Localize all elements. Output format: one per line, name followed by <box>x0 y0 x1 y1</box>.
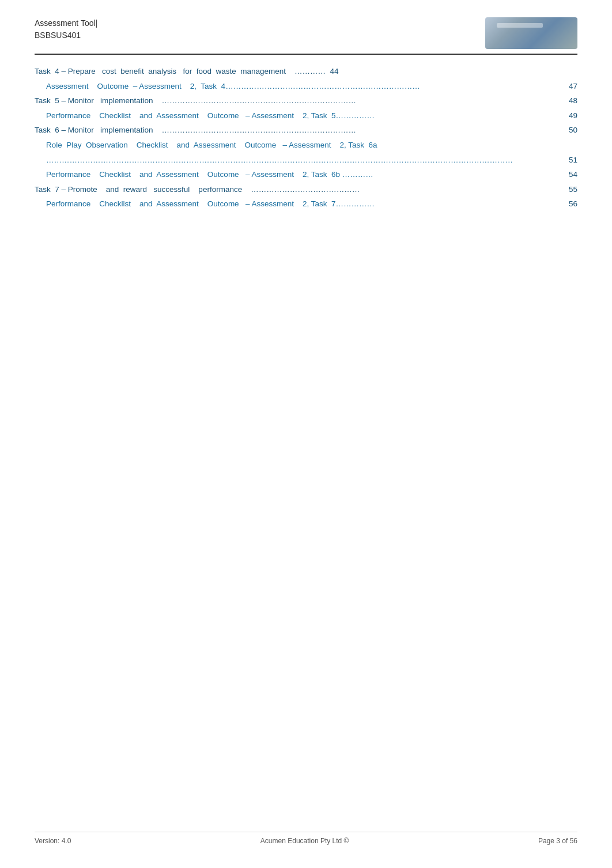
toc-entry-task4: Task 4 – Prepare cost benefit analysis f… <box>35 65 577 78</box>
toc-task4-text: Task 4 – Prepare cost benefit analysis f… <box>35 67 339 76</box>
footer-copyright: Acumen Education Pty Ltd © <box>260 837 349 845</box>
toc-section: Task 4 – Prepare cost benefit analysis f… <box>35 65 577 210</box>
header-title-line2: BSBSUS401 <box>35 29 97 41</box>
page-container: Assessment Tool| BSBSUS401 Task 4 – Prep… <box>0 0 612 868</box>
toc-perf-task7-text: Performance Checklist and Assessment Out… <box>46 199 375 208</box>
header-title-line1: Assessment Tool| <box>35 17 97 29</box>
toc-task6-page: 50 <box>569 124 577 137</box>
footer-page-info: Page 3 of 56 <box>538 837 577 845</box>
toc-entry-perf-task6b: Performance Checklist and Assessment Out… <box>35 168 577 181</box>
toc-perf-task6b-page: 54 <box>569 168 577 181</box>
toc-task5-text: Task 5 – Monitor implementation ……………………… <box>35 96 356 105</box>
toc-entry-roleplay-task6a: Role Play Observation Checklist and Asse… <box>35 139 577 152</box>
toc-perf-task7-page: 56 <box>569 198 577 210</box>
toc-task5-page: 48 <box>569 95 577 107</box>
toc-entry-task5: Task 5 – Monitor implementation ……………………… <box>35 95 577 107</box>
toc-entry-task7: Task 7 – Promote and reward successful p… <box>35 183 577 196</box>
toc-assessment-task4-text: Assessment Outcome – Assessment 2, Task … <box>46 82 420 90</box>
toc-perf-task6b-text: Performance Checklist and Assessment Out… <box>46 170 373 179</box>
header-logo <box>485 17 577 49</box>
toc-perf-task5-page: 49 <box>569 110 577 122</box>
toc-task7-page: 55 <box>569 183 577 196</box>
toc-entry-perf-task5: Performance Checklist and Assessment Out… <box>35 110 577 122</box>
toc-entry-continuation-6a: …………………………………………………………………………………………………………… <box>35 154 577 167</box>
page-header: Assessment Tool| BSBSUS401 <box>35 17 577 55</box>
footer-version: Version: 4.0 <box>35 837 71 845</box>
toc-entry-assessment-task4: Assessment Outcome – Assessment 2, Task … <box>35 80 577 93</box>
toc-entry-perf-task7: Performance Checklist and Assessment Out… <box>35 198 577 210</box>
header-title: Assessment Tool| BSBSUS401 <box>35 17 97 41</box>
toc-continuation-6a-dots: …………………………………………………………………………………………………………… <box>46 156 513 164</box>
toc-entry-task6: Task 6 – Monitor implementation ……………………… <box>35 124 577 137</box>
toc-task6-text: Task 6 – Monitor implementation ……………………… <box>35 126 356 134</box>
page-footer: Version: 4.0 Acumen Education Pty Ltd © … <box>35 832 577 845</box>
toc-continuation-6a-page: 51 <box>569 154 577 167</box>
toc-assessment-task4-page: 47 <box>569 80 577 93</box>
toc-roleplay-task6a-text: Role Play Observation Checklist and Asse… <box>46 141 377 149</box>
toc-perf-task5-text: Performance Checklist and Assessment Out… <box>46 111 375 120</box>
toc-task7-text: Task 7 – Promote and reward successful p… <box>35 185 360 194</box>
